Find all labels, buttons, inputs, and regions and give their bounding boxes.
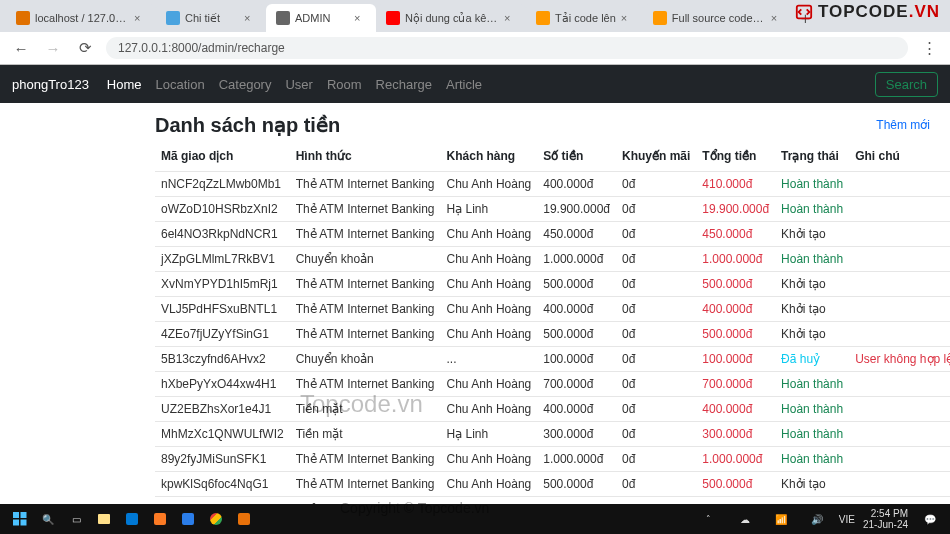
tray-network-icon[interactable]: 📶 — [767, 508, 795, 530]
cell-promo: 0đ — [616, 172, 696, 197]
col-header: Ghi chú — [849, 143, 950, 172]
cell-id: jXZpGLMlmL7RkBV1 — [155, 247, 290, 272]
cell-promo: 0đ — [616, 197, 696, 222]
notification-icon[interactable]: 💬 — [916, 508, 944, 530]
cell-status: Hoàn thành — [775, 447, 849, 472]
tray-volume-icon[interactable]: 🔊 — [803, 508, 831, 530]
cell-id: VLJ5PdHFSxuBNTL1 — [155, 297, 290, 322]
col-header: Trạng thái — [775, 143, 849, 172]
cell-method: Thẻ ATM Internet Banking — [290, 297, 441, 322]
browser-tab-2[interactable]: ADMIN× — [266, 4, 376, 32]
browser-tab-0[interactable]: localhost / 127.0.0.1 / seri_pho...× — [6, 4, 156, 32]
close-icon[interactable]: × — [771, 12, 783, 24]
cell-total: 400.000đ — [696, 297, 775, 322]
close-icon[interactable]: × — [621, 12, 633, 24]
tray-lang[interactable]: VIE — [839, 514, 855, 525]
nav-link-article[interactable]: Article — [446, 77, 482, 92]
cell-method: Thẻ ATM Internet Banking — [290, 197, 441, 222]
cell-note — [849, 322, 950, 347]
cell-amount: 300.000đ — [537, 422, 616, 447]
reload-button[interactable]: ⟳ — [74, 39, 96, 57]
close-icon[interactable]: × — [134, 12, 146, 24]
cell-status: Khởi tạo — [775, 472, 849, 497]
cell-id: XvNmYPYD1hI5mRj1 — [155, 272, 290, 297]
vscode-icon[interactable] — [118, 508, 146, 530]
cell-note — [849, 397, 950, 422]
cell-method: Thẻ ATM Internet Banking — [290, 172, 441, 197]
browser-tab-3[interactable]: Nội dung của kênh - YouTube ...× — [376, 4, 526, 32]
col-header: Hình thức — [290, 143, 441, 172]
cell-method: Thẻ ATM Internet Banking — [290, 272, 441, 297]
app-icon-2[interactable] — [230, 508, 258, 530]
task-view-icon[interactable]: ▭ — [62, 508, 90, 530]
cell-note — [849, 247, 950, 272]
tab-title: Nội dung của kênh - YouTube ... — [405, 12, 499, 25]
tab-title: ADMIN — [295, 12, 349, 24]
clock-time: 2:54 PM — [863, 508, 908, 519]
browser-tab-5[interactable]: Full source code tìm kiếm phò...× — [643, 4, 793, 32]
recharge-table: Mã giao dịchHình thứcKhách hàngSố tiềnKh… — [155, 143, 950, 505]
cell-note — [849, 197, 950, 222]
forward-button[interactable]: → — [42, 40, 64, 57]
tray-cloud-icon[interactable]: ☁ — [731, 508, 759, 530]
brand[interactable]: phongTro123 — [12, 77, 89, 92]
cell-id: UZ2EBZhsXor1e4J1 — [155, 397, 290, 422]
nav-link-location[interactable]: Location — [156, 77, 205, 92]
app-icon-1[interactable] — [174, 508, 202, 530]
cell-status: Hoàn thành — [775, 397, 849, 422]
cell-customer: Chu Anh Hoàng — [441, 372, 538, 397]
cell-status: Hoàn thành — [775, 247, 849, 272]
svg-rect-4 — [21, 520, 27, 526]
cell-total: 1.000.000đ — [696, 447, 775, 472]
tray-chevron-icon[interactable]: ˄ — [695, 508, 723, 530]
search-icon[interactable]: 🔍 — [34, 508, 62, 530]
cell-note — [849, 422, 950, 447]
page-title: Danh sách nạp tiền — [155, 113, 340, 137]
cell-id: nNCF2qZzLMwb0Mb1 — [155, 172, 290, 197]
table-row: XvNmYPYD1hI5mRj1Thẻ ATM Internet Banking… — [155, 272, 950, 297]
add-link[interactable]: Thêm mới — [876, 118, 930, 132]
explorer-icon[interactable] — [90, 508, 118, 530]
clock[interactable]: 2:54 PM 21-Jun-24 — [863, 508, 908, 530]
search-button[interactable]: Search — [875, 72, 938, 97]
nav-link-home[interactable]: Home — [107, 77, 142, 92]
back-button[interactable]: ← — [10, 40, 32, 57]
cell-customer: Hạ Linh — [441, 422, 538, 447]
table-row: oWZoD10HSRbzXnI2Thẻ ATM Internet Banking… — [155, 197, 950, 222]
cell-customer: Chu Anh Hoàng — [441, 297, 538, 322]
cell-note — [849, 272, 950, 297]
cell-promo: 0đ — [616, 472, 696, 497]
cell-id: 89y2fyJMiSunSFK1 — [155, 447, 290, 472]
svg-rect-1 — [13, 512, 19, 518]
topcode-logo: TOPCODE.VN — [794, 2, 940, 22]
cell-customer: Chu Anh Hoàng — [441, 272, 538, 297]
xampp-icon[interactable] — [146, 508, 174, 530]
table-row: jXZpGLMlmL7RkBV1Chuyển khoảnChu Anh Hoàn… — [155, 247, 950, 272]
cell-promo: 0đ — [616, 447, 696, 472]
nav-link-category[interactable]: Category — [219, 77, 272, 92]
cell-method: Chuyển khoản — [290, 347, 441, 372]
chrome-icon[interactable] — [202, 508, 230, 530]
col-header: Số tiền — [537, 143, 616, 172]
cell-amount: 450.000đ — [537, 222, 616, 247]
cell-id: oWZoD10HSRbzXnI2 — [155, 197, 290, 222]
cell-amount: 19.900.000đ — [537, 197, 616, 222]
col-header: Khách hàng — [441, 143, 538, 172]
cell-status: Đã huỷ — [775, 347, 849, 372]
cell-id: 5B13czyfnd6AHvx2 — [155, 347, 290, 372]
nav-link-user[interactable]: User — [285, 77, 312, 92]
browser-tab-4[interactable]: Tải code lên× — [526, 4, 643, 32]
address-bar[interactable]: 127.0.0.1:8000/admin/recharge — [106, 37, 908, 59]
browser-tab-1[interactable]: Chi tiết× — [156, 4, 266, 32]
close-icon[interactable]: × — [504, 12, 516, 24]
menu-button[interactable]: ⋮ — [918, 39, 940, 57]
cell-promo: 0đ — [616, 397, 696, 422]
nav-link-recharge[interactable]: Recharge — [376, 77, 432, 92]
close-icon[interactable]: × — [244, 12, 256, 24]
start-button[interactable] — [6, 508, 34, 530]
close-icon[interactable]: × — [354, 12, 366, 24]
table-row: VLJ5PdHFSxuBNTL1Thẻ ATM Internet Banking… — [155, 297, 950, 322]
table-row: 89y2fyJMiSunSFK1Thẻ ATM Internet Banking… — [155, 447, 950, 472]
nav-link-room[interactable]: Room — [327, 77, 362, 92]
cell-total: 19.900.000đ — [696, 197, 775, 222]
